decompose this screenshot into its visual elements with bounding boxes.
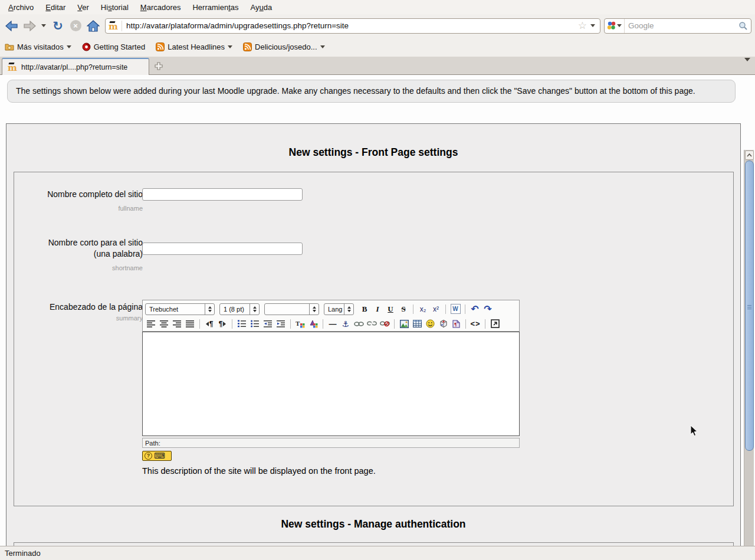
reload-icon: ↻ (52, 19, 63, 32)
font-color-button[interactable]: T (294, 318, 306, 330)
justify-button[interactable] (184, 318, 196, 330)
url-input[interactable] (125, 21, 577, 31)
html-source-button[interactable]: <> (470, 318, 481, 330)
font-select[interactable]: Trebuchet (145, 303, 215, 315)
ltr-direction-button[interactable]: ¶ (203, 318, 215, 330)
fullscreen-editor-button[interactable] (489, 318, 501, 330)
unlink-button[interactable] (366, 318, 378, 330)
search-box[interactable] (604, 18, 751, 34)
redo-button[interactable]: ↷ (482, 303, 494, 315)
bookmark-most-visited[interactable]: Más visitados (5, 42, 71, 51)
menu-ayuda[interactable]: Ayuda (245, 1, 278, 14)
search-magnifier-icon[interactable] (738, 21, 749, 31)
insert-image-button[interactable] (398, 318, 410, 330)
spinner-icon (205, 304, 214, 315)
font-color-icon: T (296, 320, 305, 328)
scroll-up-button[interactable] (745, 150, 754, 160)
subscript-button[interactable]: x₂ (417, 303, 429, 315)
stop-button[interactable]: × (67, 18, 84, 34)
align-right-icon (173, 320, 182, 328)
italic-button[interactable]: I (372, 303, 383, 315)
table-icon (413, 320, 422, 328)
align-left-icon (147, 320, 156, 328)
url-dropdown[interactable] (588, 18, 598, 34)
fullname-label: Nombre completo del sitio (14, 189, 143, 200)
vertical-scrollbar[interactable] (744, 150, 754, 546)
back-forward-dropdown[interactable] (39, 18, 48, 34)
forward-button[interactable] (21, 18, 38, 34)
scrollbar-thumb[interactable] (745, 161, 754, 451)
keyboard-help-button[interactable]: ? ⌨ (142, 451, 172, 461)
outdent-button[interactable] (262, 318, 274, 330)
undo-button[interactable]: ↶ (469, 303, 481, 315)
bold-button[interactable]: B (359, 303, 370, 315)
search-input[interactable] (625, 21, 738, 30)
align-center-button[interactable] (158, 318, 170, 330)
underline-button[interactable]: U (385, 303, 396, 315)
chevron-up-icon (747, 153, 752, 157)
align-left-button[interactable] (145, 318, 157, 330)
strikethrough-button[interactable]: S (398, 303, 409, 315)
ordered-list-button[interactable] (236, 318, 248, 330)
google-logo-icon (607, 21, 616, 30)
reload-button[interactable]: ↻ (50, 18, 66, 34)
summary-label: Encabezado de la página (14, 302, 143, 313)
summary-editor-textarea[interactable] (142, 332, 520, 436)
anchor-button[interactable]: ⚓ (340, 318, 352, 330)
insert-smiley-button[interactable] (424, 318, 436, 330)
chevron-down-icon (41, 24, 46, 27)
home-button[interactable] (85, 18, 101, 34)
superscript-button[interactable]: x² (430, 303, 442, 315)
menu-ver[interactable]: Ver (71, 1, 95, 14)
highlight-color-button[interactable] (307, 318, 319, 330)
rtl-direction-button[interactable]: ¶ (216, 318, 228, 330)
prevent-autolink-button[interactable] (379, 318, 390, 330)
new-tab-button[interactable] (153, 60, 165, 72)
horizontal-rule-button[interactable]: — (327, 318, 339, 330)
list-all-tabs-button[interactable] (744, 61, 750, 72)
menu-marcadores[interactable]: Marcadores (134, 1, 187, 14)
editor-toolbar-row2: ¶ ¶ T — ⚓ (145, 316, 517, 331)
bookmark-star-icon[interactable]: ☆ (577, 19, 588, 32)
divider (323, 319, 323, 329)
menu-editar[interactable]: Editar (40, 1, 71, 14)
divider (199, 319, 200, 329)
url-bar[interactable]: m ☆ (105, 18, 600, 34)
bookmark-latest-headlines[interactable]: Latest Headlines (156, 42, 232, 51)
format-select[interactable] (264, 303, 319, 315)
forward-icon (23, 20, 36, 32)
no-link-icon (380, 320, 390, 327)
shortname-input[interactable] (142, 243, 303, 255)
pilcrow-icon: ¶ (219, 320, 223, 328)
indent-button[interactable] (275, 318, 287, 330)
bookmark-delicious[interactable]: Delicious/josedo... (243, 42, 325, 51)
lang-select[interactable]: Lang (324, 303, 354, 315)
summary-description: This description of the site will be dis… (142, 466, 376, 476)
active-tab[interactable]: m http://avatar/pl....php?return=site (2, 58, 149, 75)
rss-icon (156, 42, 165, 51)
arrow-icon (222, 322, 226, 326)
special-char-icon (439, 319, 448, 328)
fontsize-select[interactable]: 1 (8 pt) (219, 303, 260, 315)
insert-table-button[interactable] (411, 318, 423, 330)
paste-formatting-button[interactable]: ¶ (450, 318, 462, 330)
clean-word-html-button[interactable]: W (449, 303, 461, 315)
insert-character-button[interactable] (437, 318, 449, 330)
bookmark-getting-started[interactable]: Getting Started (82, 42, 145, 51)
fullname-setting-name: fullname (14, 205, 143, 212)
popup-window-icon (491, 319, 500, 328)
align-right-button[interactable] (171, 318, 183, 330)
menu-archivo[interactable]: Archivo (2, 1, 40, 14)
menu-historial[interactable]: Historial (95, 1, 134, 14)
chevron-down-icon (590, 24, 595, 27)
back-button[interactable] (4, 18, 20, 34)
search-engine-picker[interactable] (605, 19, 625, 33)
bookmark-label: Latest Headlines (168, 42, 225, 51)
fullname-input[interactable] (142, 188, 303, 201)
page-content: The settings shown below were added duri… (0, 75, 755, 546)
menu-herramientas[interactable]: Herramientas (186, 1, 244, 14)
front-page-settings-heading: New settings - Front Page settings (6, 146, 740, 159)
unordered-list-button[interactable] (249, 318, 261, 330)
insert-link-button[interactable] (353, 318, 365, 330)
bookmark-label: Más visitados (17, 42, 64, 51)
